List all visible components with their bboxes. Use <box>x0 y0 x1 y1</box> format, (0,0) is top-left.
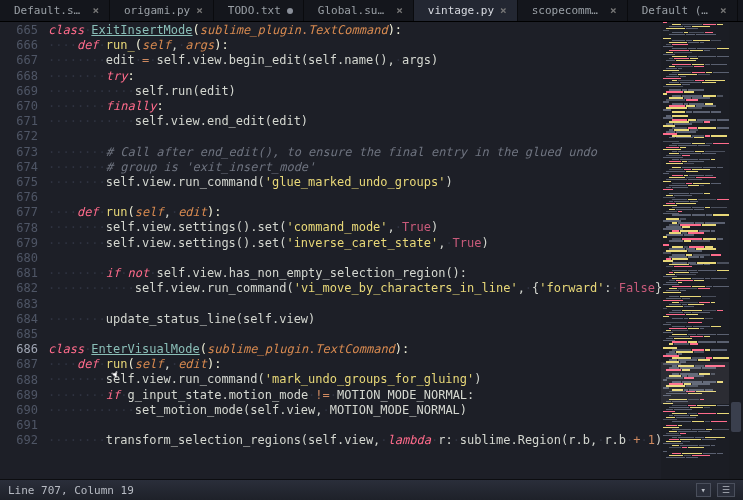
code-line[interactable]: ········if·not·self.view.has_non_empty_s… <box>48 266 661 281</box>
dirty-indicator-icon <box>287 8 293 14</box>
tab-size-button[interactable]: ☰ <box>717 483 735 497</box>
code-line[interactable]: ············set_motion_mode(self.view,·M… <box>48 403 661 418</box>
line-number: 692 <box>0 433 38 448</box>
tab-default--wind[interactable]: Default (Wind× <box>628 0 738 21</box>
line-number: 674 <box>0 160 38 175</box>
code-line[interactable]: ········update_status_line(self.view) <box>48 312 661 327</box>
line-number: 676 <box>0 190 38 205</box>
line-number: 685 <box>0 327 38 342</box>
close-icon[interactable]: × <box>610 4 617 17</box>
code-line[interactable]: ········finally: <box>48 99 661 114</box>
tab-label: TODO.txt <box>228 4 281 17</box>
code-line[interactable] <box>48 190 661 205</box>
tab-default-sublim[interactable]: Default.sublim× <box>0 0 110 21</box>
code-line[interactable]: ····def·run(self,·edit): <box>48 357 661 372</box>
line-number: 672 <box>0 129 38 144</box>
line-number: 688 <box>0 373 38 388</box>
code-line[interactable]: ········self.view.settings().set('comman… <box>48 220 661 235</box>
line-number: 666 <box>0 38 38 53</box>
code-line[interactable]: ········# group is 'exit_insert_mode' <box>48 160 661 175</box>
code-line[interactable]: ············self.view.run_command('vi_mo… <box>48 281 661 296</box>
minimap-viewport[interactable] <box>661 362 729 404</box>
code-line[interactable]: ····def·run(self,·edit): <box>48 205 661 220</box>
minimap[interactable] <box>661 22 729 479</box>
code-line[interactable] <box>48 327 661 342</box>
line-number: 665 <box>0 23 38 38</box>
code-line[interactable]: ········self.view.run_command('mark_undo… <box>48 372 661 387</box>
line-number: 678 <box>0 221 38 236</box>
line-number-gutter: 6656666676686696706716726736746756766776… <box>0 22 48 479</box>
tab-label: Global.sublime <box>318 4 390 17</box>
tab-label: origami.py <box>124 4 190 17</box>
code-area[interactable]: class·ExitInsertMode(sublime_plugin.Text… <box>48 22 661 479</box>
line-number: 689 <box>0 388 38 403</box>
tab-label: vintage.py <box>428 4 494 17</box>
tab-scopecommand[interactable]: scopecommand× <box>518 0 628 21</box>
close-icon[interactable]: × <box>720 4 727 17</box>
line-number: 673 <box>0 145 38 160</box>
code-line[interactable]: class·ExitInsertMode(sublime_plugin.Text… <box>48 23 661 38</box>
line-number: 677 <box>0 205 38 220</box>
scroll-thumb[interactable] <box>731 402 741 432</box>
line-number: 681 <box>0 266 38 281</box>
line-number: 691 <box>0 418 38 433</box>
line-number: 683 <box>0 297 38 312</box>
tab-bar: Default.sublim×origami.py×TODO.txtGlobal… <box>0 0 743 22</box>
spacing-icon: ☰ <box>722 485 730 495</box>
code-line[interactable] <box>48 418 661 433</box>
editor: 6656666676686696706716726736746756766776… <box>0 22 743 479</box>
code-line[interactable]: ············self.run(edit) <box>48 84 661 99</box>
code-line[interactable]: ········self.view.settings().set('invers… <box>48 236 661 251</box>
line-number: 684 <box>0 312 38 327</box>
line-number: 686 <box>0 342 38 357</box>
line-number: 670 <box>0 99 38 114</box>
vertical-scrollbar[interactable] <box>729 22 743 479</box>
status-bar: Line 707, Column 19 ▾ ☰ <box>0 479 743 500</box>
close-icon[interactable]: × <box>500 4 507 17</box>
line-number: 669 <box>0 84 38 99</box>
tab-origami-py[interactable]: origami.py× <box>110 0 214 21</box>
chevron-down-icon: ▾ <box>701 485 706 495</box>
tab-label: Default (Wind <box>642 4 714 17</box>
code-line[interactable]: ········transform_selection_regions(self… <box>48 433 661 448</box>
line-number: 687 <box>0 357 38 372</box>
code-line[interactable]: ········edit·=·self.view.begin_edit(self… <box>48 53 661 68</box>
tab-todo-txt[interactable]: TODO.txt <box>214 0 304 21</box>
line-number: 679 <box>0 236 38 251</box>
code-line[interactable]: ········# Call after end_edit(), to ensu… <box>48 145 661 160</box>
line-number: 668 <box>0 69 38 84</box>
code-line[interactable]: ········try: <box>48 69 661 84</box>
code-line[interactable] <box>48 129 661 144</box>
code-line[interactable]: ············self.view.end_edit(edit) <box>48 114 661 129</box>
status-dropdown-button[interactable]: ▾ <box>696 483 711 497</box>
line-number: 682 <box>0 281 38 296</box>
line-number: 680 <box>0 251 38 266</box>
tab-label: scopecommand <box>532 4 604 17</box>
close-icon[interactable]: × <box>92 4 99 17</box>
code-line[interactable] <box>48 296 661 311</box>
code-line[interactable]: ········self.view.run_command('glue_mark… <box>48 175 661 190</box>
code-line[interactable]: ····def·run_(self,·args): <box>48 38 661 53</box>
close-icon[interactable]: × <box>396 4 403 17</box>
cursor-position-status: Line 707, Column 19 <box>8 484 134 497</box>
tab-vintage-py[interactable]: vintage.py× <box>414 0 518 21</box>
line-number: 671 <box>0 114 38 129</box>
line-number: 690 <box>0 403 38 418</box>
close-icon[interactable]: × <box>196 4 203 17</box>
tab-label: Default.sublim <box>14 4 86 17</box>
tab-global-sublime[interactable]: Global.sublime× <box>304 0 414 21</box>
code-line[interactable]: ········if·g_input_state.motion_mode·!=·… <box>48 388 661 403</box>
line-number: 675 <box>0 175 38 190</box>
line-number: 667 <box>0 53 38 68</box>
code-line[interactable] <box>48 251 661 266</box>
code-line[interactable]: class·EnterVisualMode(sublime_plugin.Tex… <box>48 342 661 357</box>
